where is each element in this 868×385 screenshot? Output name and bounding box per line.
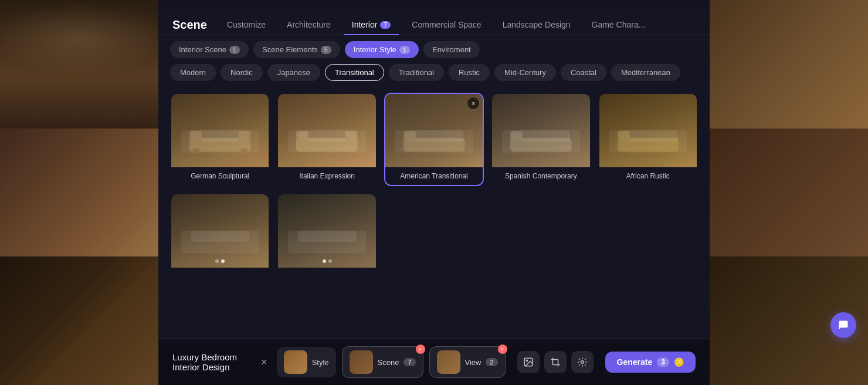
- generate-badge: 3: [657, 357, 669, 367]
- style-coastal[interactable]: Coastal: [561, 64, 606, 81]
- filter-scene-elements[interactable]: Scene Elements 5: [253, 41, 340, 58]
- svg-rect-7: [345, 131, 358, 141]
- gallery-label-row2-1: [171, 268, 269, 277]
- panel-thumb-scene: [350, 350, 373, 374]
- gallery-image-spanish: [492, 94, 589, 167]
- tab-customize[interactable]: Customize: [219, 15, 274, 35]
- svg-rect-12: [617, 138, 679, 151]
- style-nordic[interactable]: Nordic: [221, 64, 263, 81]
- panel-scene-label: Scene: [378, 358, 399, 367]
- panel-items: Style × Scene 7 × View 2: [277, 346, 506, 378]
- svg-rect-8: [404, 138, 465, 151]
- gallery-item-italian[interactable]: Italian Expression: [277, 93, 377, 186]
- bg-cell-mid-left: [0, 129, 158, 257]
- panel-item-style[interactable]: Style: [277, 347, 336, 377]
- panel-item-view[interactable]: × View 2: [429, 346, 506, 378]
- panel-item-scene[interactable]: × Scene 7: [342, 346, 423, 378]
- style-modern[interactable]: Modern: [170, 64, 216, 81]
- gallery-label-italian: Italian Expression: [278, 167, 375, 185]
- gallery-image-german: [171, 94, 269, 167]
- gallery-grid: German Sculptural Italian Expression ×: [170, 93, 698, 278]
- gallery-item-african[interactable]: African Rustic: [598, 93, 698, 186]
- bg-cell-top-left: [0, 0, 158, 129]
- gallery-label-spanish: Spanish Contemporary: [492, 167, 589, 185]
- panel-thumb-style: [284, 350, 307, 374]
- bg-cell-bot-left: [0, 256, 158, 385]
- gallery-item-german[interactable]: German Sculptural: [170, 93, 270, 186]
- panel-title: Luxury Bedroom Interior Design: [172, 352, 252, 372]
- crop-icon: [550, 357, 561, 367]
- svg-rect-13: [617, 131, 629, 141]
- filter-interior-scene[interactable]: Interior Scene 1: [170, 41, 249, 58]
- svg-rect-2: [239, 131, 251, 141]
- tab-interior[interactable]: Interior 7: [344, 15, 399, 35]
- chat-bubble-btn[interactable]: [830, 312, 856, 338]
- tab-landscape[interactable]: Landscape Design: [494, 15, 579, 35]
- gallery-image-row2-2: [278, 194, 375, 268]
- style-mid-century[interactable]: Mid-Century: [494, 64, 556, 81]
- bg-cell-mid-right: [710, 129, 868, 257]
- svg-point-15: [526, 360, 527, 361]
- gallery-image-italian: [278, 94, 375, 167]
- tab-game[interactable]: Game Chara...: [584, 15, 654, 35]
- gallery-label-german: German Sculptural: [171, 167, 269, 185]
- coin-icon: 🪙: [674, 357, 684, 367]
- style-rustic[interactable]: Rustic: [449, 64, 490, 81]
- svg-rect-3: [193, 148, 200, 154]
- panel-thumb-view: [437, 350, 460, 374]
- gallery-item-spanish[interactable]: Spanish Contemporary: [491, 93, 591, 186]
- gallery-image-african: [599, 94, 697, 167]
- bottom-panel: Luxury Bedroom Interior Design × Style ×…: [158, 339, 710, 385]
- svg-rect-1: [189, 131, 202, 141]
- svg-rect-11: [510, 131, 523, 141]
- panel-close-btn[interactable]: ×: [259, 354, 270, 371]
- panel-view-close[interactable]: ×: [498, 345, 507, 354]
- svg-rect-10: [510, 138, 572, 151]
- panel-tools: [517, 351, 594, 373]
- gallery-item-row2-1[interactable]: [170, 193, 270, 278]
- settings-icon: [577, 357, 588, 367]
- main-modal: Scene Customize Architecture Interior 7 …: [158, 6, 710, 385]
- gallery-image-row2-1: [171, 194, 269, 268]
- filter-bar: Interior Scene 1 Scene Elements 5 Interi…: [158, 35, 710, 64]
- image-tool-btn[interactable]: [517, 351, 540, 373]
- filter-environment[interactable]: Enviroment: [423, 41, 480, 58]
- generate-button[interactable]: Generate 3 🪙: [605, 352, 696, 373]
- crop-tool-btn[interactable]: [544, 351, 567, 373]
- svg-point-17: [581, 361, 584, 364]
- style-japanese[interactable]: Japanese: [267, 64, 320, 81]
- style-bar: Modern Nordic Japanese Transitional Trad…: [158, 64, 710, 87]
- top-navigation: Scene Customize Architecture Interior 7 …: [158, 6, 710, 35]
- gallery-label-african: African Rustic: [599, 167, 697, 185]
- gallery-label-row2-2: [278, 268, 375, 277]
- svg-rect-16: [552, 360, 558, 365]
- generate-label: Generate: [617, 357, 653, 367]
- panel-view-label: View: [465, 358, 482, 367]
- filter-interior-style[interactable]: Interior Style 1: [345, 41, 419, 58]
- app-logo: Scene: [172, 18, 207, 32]
- settings-tool-btn[interactable]: [571, 351, 594, 373]
- tab-commercial[interactable]: Commercial Space: [404, 15, 489, 35]
- panel-view-badge: 2: [486, 358, 497, 366]
- bg-cell-top-right: [710, 0, 868, 129]
- svg-rect-9: [404, 131, 416, 141]
- gallery-item-row2-2[interactable]: [277, 193, 377, 278]
- chat-icon: [838, 319, 849, 331]
- gallery-label-american: American Transitional: [385, 167, 483, 185]
- svg-rect-4: [240, 148, 247, 154]
- style-mediterranean[interactable]: Mediterranean: [611, 64, 680, 81]
- panel-style-label: Style: [312, 358, 329, 367]
- style-transitional[interactable]: Transitional: [325, 64, 384, 81]
- style-traditional[interactable]: Traditional: [389, 64, 444, 81]
- gallery-item-american[interactable]: × American Transitional: [384, 93, 484, 186]
- panel-scene-close[interactable]: ×: [416, 345, 425, 354]
- svg-rect-6: [296, 131, 308, 141]
- svg-rect-5: [296, 138, 358, 151]
- panel-scene-badge: 7: [404, 358, 415, 366]
- tab-architecture[interactable]: Architecture: [279, 15, 339, 35]
- image-icon: [523, 357, 534, 367]
